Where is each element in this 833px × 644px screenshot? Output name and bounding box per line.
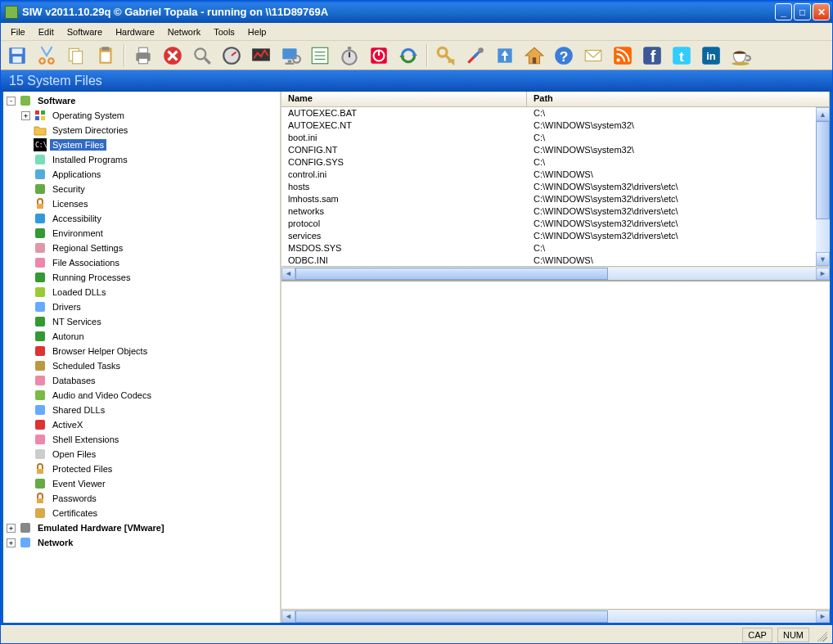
paste-icon[interactable] xyxy=(92,43,119,69)
svg-text:in: in xyxy=(706,50,716,62)
coffee-icon[interactable] xyxy=(727,43,754,69)
tree-item-drivers[interactable]: +Drivers xyxy=(21,299,278,314)
facebook-icon[interactable]: f xyxy=(639,43,665,69)
minimize-button[interactable]: _ xyxy=(775,3,792,20)
tree-item-databases[interactable]: +Databases xyxy=(21,373,278,388)
tree-item-regional-settings[interactable]: +Regional Settings xyxy=(21,241,278,255)
tree-item-file-associations[interactable]: +File Associations xyxy=(21,255,278,270)
list-icon[interactable] xyxy=(307,43,333,69)
horizontal-scrollbar[interactable]: ◄ ► xyxy=(281,266,830,280)
expander-icon[interactable]: + xyxy=(7,538,16,547)
list-row[interactable]: ODBC.INIC:\WINDOWS\ xyxy=(281,254,830,266)
column-name[interactable]: Name xyxy=(281,92,527,106)
expander-icon[interactable]: + xyxy=(21,111,30,120)
list-row[interactable]: CONFIG.SYSC:\ xyxy=(281,156,830,169)
close-button[interactable]: ✕ xyxy=(813,3,830,20)
tree-item-shell-extensions[interactable]: +Shell Extensions xyxy=(21,432,278,447)
print-icon[interactable] xyxy=(130,43,156,69)
update-icon[interactable] xyxy=(492,43,518,69)
scroll-left-icon[interactable]: ◄ xyxy=(281,268,295,280)
linkedin-icon[interactable]: in xyxy=(698,43,724,69)
detail-horizontal-scrollbar[interactable]: ◄ ► xyxy=(281,609,830,623)
list-row[interactable]: servicesC:\WINDOWS\system32\drivers\etc\ xyxy=(281,230,830,242)
save-icon[interactable] xyxy=(4,43,30,69)
titlebar[interactable]: SIW v2011.10.29q © Gabriel Topala - runn… xyxy=(1,1,832,23)
monitor-icon[interactable] xyxy=(277,43,304,69)
tree-item-audio-and-video-codecs[interactable]: +Audio and Video Codecs xyxy=(21,388,278,403)
list-row[interactable]: control.iniC:\WINDOWS\ xyxy=(281,169,830,181)
maximize-button[interactable]: □ xyxy=(794,3,811,20)
scroll-left-icon[interactable]: ◄ xyxy=(281,610,295,623)
column-path[interactable]: Path xyxy=(527,92,830,106)
cut-icon[interactable] xyxy=(34,43,60,69)
find-icon[interactable] xyxy=(189,43,215,69)
list-header[interactable]: Name Path xyxy=(281,92,830,107)
rss-icon[interactable] xyxy=(610,43,636,69)
scroll-down-icon[interactable]: ▼ xyxy=(816,252,830,266)
list-row[interactable]: protocolC:\WINDOWS\system32\drivers\etc\ xyxy=(281,218,830,230)
tree-item-operating-system[interactable]: +Operating System xyxy=(21,108,278,123)
tree-item-shared-dlls[interactable]: +Shared DLLs xyxy=(21,403,278,417)
list-body[interactable]: AUTOEXEC.BATC:\AUTOEXEC.NTC:\WINDOWS\sys… xyxy=(281,107,830,266)
tools-icon[interactable] xyxy=(462,43,489,69)
mail-icon[interactable] xyxy=(580,43,606,69)
stopwatch-icon[interactable] xyxy=(336,43,362,69)
tree-item-certificates[interactable]: +Certificates xyxy=(21,506,278,520)
key-icon[interactable] xyxy=(433,43,459,69)
refresh-icon[interactable] xyxy=(395,43,421,69)
list-row[interactable]: lmhosts.samC:\WINDOWS\system32\drivers\e… xyxy=(281,193,830,205)
list-row[interactable]: networksC:\WINDOWS\system32\drivers\etc\ xyxy=(281,205,830,218)
list-row[interactable]: hostsC:\WINDOWS\system32\drivers\etc\ xyxy=(281,181,830,193)
tree-item-network[interactable]: +Network xyxy=(7,535,278,550)
tree-item-system-files[interactable]: +C:\System Files xyxy=(21,137,278,152)
tree-item-nt-services[interactable]: +NT Services xyxy=(21,314,278,329)
scroll-right-icon[interactable]: ► xyxy=(816,268,830,280)
menu-help[interactable]: Help xyxy=(241,25,273,39)
tree-item-passwords[interactable]: +Passwords xyxy=(21,491,278,506)
tree-item-security[interactable]: +Security xyxy=(21,182,278,196)
list-row[interactable]: AUTOEXEC.NTC:\WINDOWS\system32\ xyxy=(281,119,830,132)
gauge-icon[interactable] xyxy=(218,43,245,69)
copy-icon[interactable] xyxy=(63,43,89,69)
resize-grip-icon[interactable] xyxy=(814,628,827,642)
tree-item-browser-helper-objects[interactable]: +Browser Helper Objects xyxy=(21,344,278,358)
tree-item-software[interactable]: -Software xyxy=(7,93,278,108)
tree-item-licenses[interactable]: +Licenses xyxy=(21,196,278,211)
tree-item-open-files[interactable]: +Open Files xyxy=(21,447,278,462)
tree-item-emulated-hardware-vmware-[interactable]: +Emulated Hardware [VMware] xyxy=(7,520,278,535)
scroll-right-icon[interactable]: ► xyxy=(816,610,830,623)
menu-network[interactable]: Network xyxy=(161,25,207,39)
stop-icon[interactable] xyxy=(160,43,186,69)
menu-hardware[interactable]: Hardware xyxy=(109,25,161,39)
expander-icon[interactable]: + xyxy=(7,524,16,533)
tree-item-scheduled-tasks[interactable]: +Scheduled Tasks xyxy=(21,358,278,373)
tree-item-system-directories[interactable]: +System Directories xyxy=(21,123,278,137)
list-row[interactable]: boot.iniC:\ xyxy=(281,132,830,144)
tree-item-event-viewer[interactable]: +Event Viewer xyxy=(21,476,278,491)
tree-item-accessibility[interactable]: +Accessibility xyxy=(21,211,278,226)
home-icon[interactable] xyxy=(521,43,547,69)
scroll-up-icon[interactable]: ▲ xyxy=(816,107,830,121)
tree-item-environment[interactable]: +Environment xyxy=(21,226,278,241)
list-row[interactable]: CONFIG.NTC:\WINDOWS\system32\ xyxy=(281,144,830,156)
tree-item-running-processes[interactable]: +Running Processes xyxy=(21,270,278,285)
menu-tools[interactable]: Tools xyxy=(207,25,241,39)
twitter-icon[interactable]: t xyxy=(669,43,695,69)
tree-item-autorun[interactable]: +Autorun xyxy=(21,329,278,344)
tree-item-activex[interactable]: +ActiveX xyxy=(21,417,278,432)
power-icon[interactable] xyxy=(366,43,392,69)
menu-file[interactable]: File xyxy=(4,25,32,39)
menu-software[interactable]: Software xyxy=(61,25,109,39)
chart-icon[interactable] xyxy=(248,43,274,69)
menu-edit[interactable]: Edit xyxy=(32,25,61,39)
tree-item-loaded-dlls[interactable]: +Loaded DLLs xyxy=(21,285,278,299)
help-icon[interactable]: ? xyxy=(551,43,577,69)
tree-item-installed-programs[interactable]: +Installed Programs xyxy=(21,152,278,167)
tree-item-applications[interactable]: +Applications xyxy=(21,167,278,182)
list-row[interactable]: AUTOEXEC.BATC:\ xyxy=(281,107,830,119)
vertical-scrollbar[interactable]: ▲ ▼ xyxy=(816,107,830,266)
list-row[interactable]: MSDOS.SYSC:\ xyxy=(281,242,830,254)
expander-icon[interactable]: - xyxy=(7,97,16,106)
tree-item-protected-files[interactable]: +Protected Files xyxy=(21,462,278,476)
tree-panel[interactable]: -Software+Operating System+System Direct… xyxy=(3,92,281,623)
